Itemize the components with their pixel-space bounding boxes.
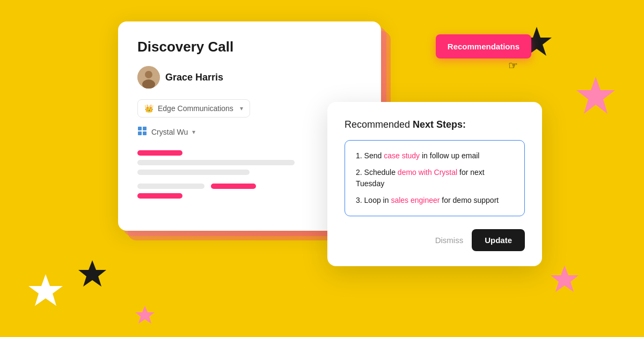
company-dropdown-arrow: ▾ xyxy=(240,105,243,112)
contact-name: Grace Harris xyxy=(165,72,223,83)
company-row[interactable]: 👑 Edge Communications ▾ xyxy=(137,99,250,118)
star-pink-bottom-far-left xyxy=(134,305,156,326)
panel-actions: Dismiss Update xyxy=(345,229,525,251)
discovery-card-title: Discovery Call xyxy=(137,39,362,55)
step-item-2: 2. Schedule demo with Crystal for next T… xyxy=(356,167,514,189)
svg-marker-3 xyxy=(28,274,63,306)
company-icon: 👑 xyxy=(144,104,153,113)
company-name: Edge Communications xyxy=(158,104,233,113)
svg-rect-12 xyxy=(143,131,147,135)
skeleton-line-gray-2 xyxy=(137,170,250,175)
assignee-name: Crystal Wu xyxy=(151,128,188,136)
panel-title: Recommended Next Steps: xyxy=(345,119,525,130)
skeleton-line-pink-2 xyxy=(211,184,256,189)
svg-marker-4 xyxy=(551,266,579,292)
recommendation-panel: Recommended Next Steps: 1. Send case stu… xyxy=(327,102,542,266)
svg-marker-2 xyxy=(78,260,106,287)
assignee-icon xyxy=(137,126,147,137)
step-3-link: sales engineer xyxy=(391,196,440,204)
step-item-1: 1. Send case study in follow up email xyxy=(356,150,514,162)
star-pink-bottom-right xyxy=(550,265,580,294)
skeleton-line-gray-3 xyxy=(137,184,204,189)
assignee-dropdown-arrow: ▾ xyxy=(192,128,195,136)
avatar xyxy=(137,66,160,89)
skeleton-line-pink-3 xyxy=(137,193,182,199)
step-3-suffix: for demo support xyxy=(440,196,499,204)
svg-marker-1 xyxy=(576,77,615,114)
svg-point-7 xyxy=(145,71,152,78)
star-white-bottom-left xyxy=(27,273,64,310)
step-2-prefix: Schedule xyxy=(364,168,398,177)
star-pink-right xyxy=(574,75,617,118)
skeleton-line-gray-1 xyxy=(137,160,295,165)
step-3-prefix: Loop in xyxy=(364,196,391,204)
contact-row: Grace Harris xyxy=(137,66,362,89)
star-black-bottom-left xyxy=(78,259,107,289)
step-1-prefix: Send xyxy=(364,151,384,160)
step-item-3: 3. Loop in sales engineer for demo suppo… xyxy=(356,195,514,206)
svg-rect-10 xyxy=(143,127,147,130)
step-1-suffix: in follow up email xyxy=(420,151,479,160)
svg-rect-11 xyxy=(138,131,142,135)
cursor-icon: ☞ xyxy=(508,59,518,72)
update-button[interactable]: Update xyxy=(472,229,525,251)
recommendations-button[interactable]: Recommendations xyxy=(436,34,531,58)
step-2-link: demo with Crystal xyxy=(398,168,457,177)
steps-box: 1. Send case study in follow up email 2.… xyxy=(345,140,525,216)
dismiss-button[interactable]: Dismiss xyxy=(435,236,464,245)
main-area: Discovery Call Grace Harris 👑 Edge Commu… xyxy=(118,21,526,306)
svg-rect-9 xyxy=(138,127,142,130)
skeleton-line-pink-1 xyxy=(137,150,182,156)
svg-marker-5 xyxy=(135,306,155,324)
step-1-link: case study xyxy=(384,151,420,160)
